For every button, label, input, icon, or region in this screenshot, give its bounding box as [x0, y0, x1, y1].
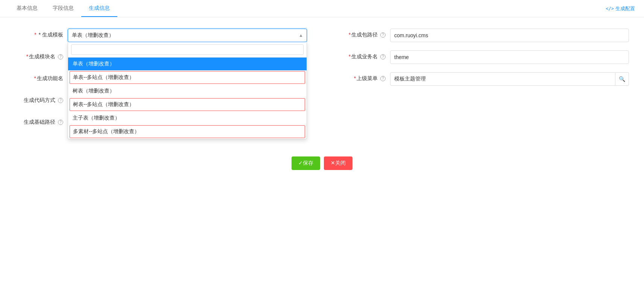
tab-fields[interactable]: 字段信息: [45, 0, 81, 17]
template-label: * * 生成模板: [15, 29, 68, 39]
business-label: *生成业务名 ?: [337, 50, 390, 61]
form-footer: ✓保存 ✕关闭: [15, 149, 629, 170]
option-single-multi[interactable]: 单表--多站点（增删改查）: [70, 71, 305, 84]
package-input[interactable]: [390, 29, 629, 42]
base-path-help-icon[interactable]: ?: [58, 120, 63, 125]
option-tree[interactable]: 树表（增删改查）: [68, 85, 307, 97]
parent-menu-search-btn[interactable]: 🔍: [615, 72, 629, 86]
codegen-help-icon[interactable]: ?: [58, 98, 63, 103]
package-label: *生成包路径 ?: [337, 29, 390, 39]
required-star: *: [34, 32, 36, 38]
option-tree-multi[interactable]: 树表--多站点（增删改查）: [70, 98, 305, 111]
business-row: *生成业务名 ?: [337, 50, 629, 64]
option-master-child[interactable]: 主子表（增删改查）: [68, 112, 307, 124]
dropdown-search-wrapper: [68, 42, 307, 58]
parent-menu-input[interactable]: [390, 72, 615, 86]
tab-generate[interactable]: 生成信息: [81, 0, 117, 17]
template-dropdown-menu: 单表（增删改查） 单表--多站点（增删改查） 树表（增删改查） 树表--多站点（…: [68, 42, 307, 139]
form-container: * * 生成模板 单表（增删改查） ▲ 单表（增删改查）: [15, 29, 629, 138]
generate-config-action[interactable]: 生成配置: [606, 5, 635, 12]
parent-menu-input-group: 🔍: [390, 72, 629, 86]
form-left: * * 生成模板 单表（增删改查） ▲ 单表（增删改查）: [15, 29, 322, 138]
module-label: *生成模块名 ?: [15, 50, 68, 61]
close-button[interactable]: ✕关闭: [324, 156, 352, 170]
parent-menu-label: *上级菜单 ?: [337, 72, 390, 82]
business-help-icon[interactable]: ?: [380, 54, 386, 59]
package-help-icon[interactable]: ?: [380, 32, 386, 38]
chevron-up-icon: ▲: [299, 33, 303, 38]
business-input[interactable]: [390, 50, 629, 64]
package-control: [390, 29, 629, 42]
template-row: * * 生成模板 单表（增删改查） ▲ 单表（增删改查）: [15, 29, 307, 42]
main-content: * * 生成模板 单表（增删改查） ▲ 单表（增删改查）: [0, 17, 644, 296]
parent-menu-control: 🔍: [390, 72, 629, 86]
search-icon: 🔍: [619, 76, 625, 82]
option-multi-material[interactable]: 多素材--多站点（增删改查）: [70, 125, 305, 138]
option-single[interactable]: 单表（增删改查）: [68, 58, 307, 70]
function-label: *生成功能名: [15, 72, 68, 82]
tab-list: 基本信息 字段信息 生成信息: [9, 0, 117, 17]
parent-menu-row: *上级菜单 ? 🔍: [337, 72, 629, 86]
top-navigation: 基本信息 字段信息 生成信息 生成配置: [0, 0, 644, 17]
tab-basic[interactable]: 基本信息: [9, 0, 45, 17]
base-path-label: 生成基础路径 ?: [15, 116, 68, 126]
template-dropdown-container: 单表（增删改查） ▲ 单表（增删改查） 单表--多站点（增删改查） 树表（增删改…: [68, 29, 307, 42]
dropdown-search-input[interactable]: [71, 44, 304, 55]
form-right: *生成包路径 ? *生成业务名 ? *上级菜: [322, 29, 629, 138]
template-select[interactable]: 单表（增删改查） ▲: [68, 29, 307, 42]
module-help-icon[interactable]: ?: [58, 54, 63, 59]
template-control: 单表（增删改查） ▲ 单表（增删改查） 单表--多站点（增删改查） 树表（增删改…: [68, 29, 307, 42]
package-row: *生成包路径 ?: [337, 29, 629, 42]
codegen-label: 生成代码方式 ?: [15, 94, 68, 104]
parent-menu-help-icon[interactable]: ?: [380, 76, 386, 81]
save-button[interactable]: ✓保存: [292, 156, 320, 170]
business-control: [390, 50, 629, 64]
